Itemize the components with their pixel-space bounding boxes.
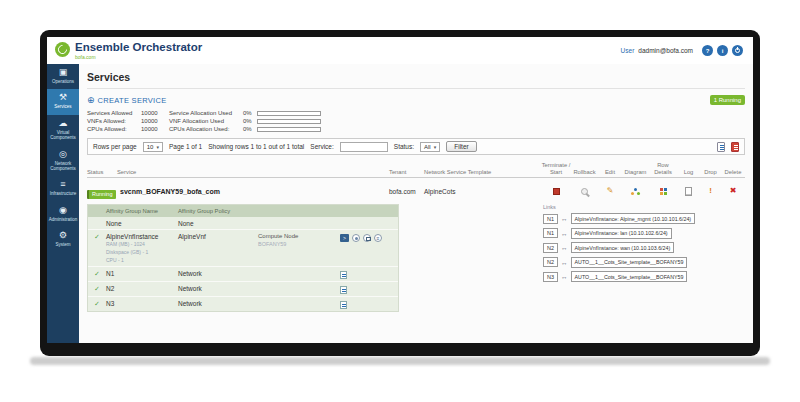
export-file-icon[interactable]	[717, 142, 725, 152]
affinity-details-panel: Affinity Group Name Affinity Group Polic…	[87, 204, 399, 312]
network-document-icon[interactable]	[340, 271, 347, 279]
delete-icon[interactable]: ✖	[730, 187, 737, 195]
template-cell: AlpineCots	[424, 188, 541, 195]
alloc-value: 10000	[141, 126, 169, 132]
network-document-icon[interactable]	[340, 286, 347, 294]
app-title: Ensemble Orchestrator	[75, 41, 202, 54]
alloc-used-value: 0%	[243, 110, 257, 116]
monitor-icon[interactable]	[363, 234, 371, 242]
affinity-row-n1: ✓ N1 Network	[88, 266, 398, 281]
rows-per-page-select[interactable]: 10 ▾	[143, 142, 163, 152]
page-info: Page 1 of 1	[169, 143, 202, 150]
alloc-used-value: 0%	[243, 126, 257, 132]
system-icon: ⚙	[48, 231, 78, 240]
log-icon[interactable]	[685, 187, 692, 196]
link-arrow-icon: ↔	[561, 259, 568, 266]
page-title: Services	[87, 68, 745, 89]
network-document-icon[interactable]	[340, 301, 347, 309]
sidebar-item-administration[interactable]: ◉ Administration	[47, 202, 79, 227]
filter-button[interactable]: Filter	[446, 141, 476, 152]
column-header-diagram: Diagram	[622, 169, 649, 176]
sidebar-item-network-components[interactable]: ◎ Network Components	[47, 146, 79, 177]
column-header-log: Log	[677, 169, 700, 176]
sidebar-item-services[interactable]: ⚒ Services	[47, 89, 79, 114]
column-header-row-details: Row Details	[649, 162, 677, 175]
service-filter-label: Service:	[310, 143, 333, 150]
affinity-policy: AlpineVnf	[178, 233, 258, 240]
virtual-components-icon: ☁	[48, 119, 78, 128]
power-icon[interactable]	[732, 45, 743, 56]
info-icon[interactable]: i	[717, 45, 728, 56]
vnf-allocation-row: VNFs Allowed: 10000 VNF Allocation Used …	[87, 118, 745, 124]
sidebar-item-label: Virtual Components	[48, 130, 78, 141]
link-arrow-icon: ↔	[561, 215, 568, 222]
help-icon[interactable]: ?	[702, 45, 713, 56]
status-filter-label: Status:	[394, 143, 414, 150]
alloc-label: VNFs Allowed:	[87, 118, 141, 124]
link-target: AlpineVnfInstance: wan (10.10.103.6/24)	[571, 242, 675, 253]
terminate-icon[interactable]	[553, 188, 560, 195]
affinity-name: N3	[106, 300, 178, 307]
sidebar-item-label: System	[48, 242, 78, 247]
affinity-name: AlpineVnfInstance	[106, 233, 178, 240]
rows-per-page-value: 10	[147, 144, 154, 150]
column-header-terminate: Terminate / Start	[541, 162, 571, 175]
link-row: N1 ↔ AlpineVnfInstance: lan (10.10.102.6…	[543, 228, 743, 239]
affinity-name: None	[106, 220, 178, 227]
sidebar-item-operations[interactable]: ▣ Operations	[47, 64, 79, 89]
link-target: AlpineVnfInstance: Alpine_mgmt (10.10.10…	[571, 213, 696, 224]
app-header: Ensemble Orchestrator bofa.com User dadm…	[47, 37, 753, 64]
column-header-service: Service	[117, 169, 389, 175]
export-pdf-icon[interactable]	[731, 142, 739, 152]
link-arrow-icon: ↔	[561, 230, 568, 237]
create-service-button[interactable]: CREATE SERVICE	[98, 96, 167, 105]
affinity-name-header: Affinity Group Name	[106, 208, 178, 214]
row-details-icon[interactable]	[660, 188, 663, 191]
vnf-allocation-bar	[257, 119, 321, 124]
allocation-summary: Services Allowed 10000 Service Allocatio…	[87, 110, 745, 132]
snapshot-icon[interactable]	[352, 234, 360, 242]
affinity-policy: Network	[178, 270, 258, 277]
running-count-badge: 1 Running	[710, 95, 745, 105]
sidebar-item-infrastructure[interactable]: ≡ Infrastructure	[47, 176, 79, 201]
link-row: N3 ↔ AUTO__1__Cots_Site_template__BOFANY…	[543, 271, 743, 282]
showing-rows-info: Showing rows 1 to 1 out of 1 total	[208, 143, 304, 150]
link-row: N1 ↔ AlpineVnfInstance: Alpine_mgmt (10.…	[543, 213, 743, 224]
device-frame: Ensemble Orchestrator bofa.com User dadm…	[40, 30, 760, 356]
operations-icon: ▣	[48, 68, 78, 77]
column-header-template: Network Service Template	[424, 169, 541, 175]
link-arrow-icon: ↔	[561, 244, 568, 251]
column-header-edit: Edit	[598, 169, 622, 176]
status-badge: Running	[87, 190, 116, 199]
administration-icon: ◉	[48, 206, 78, 215]
sidebar-item-virtual-components[interactable]: ☁ Virtual Components	[47, 115, 79, 146]
link-row: N2 ↔ AlpineVnfInstance: wan (10.10.103.6…	[543, 242, 743, 253]
edit-icon[interactable]: ✎	[607, 187, 614, 195]
alloc-value: 10000	[141, 118, 169, 124]
affinity-header: Affinity Group Name Affinity Group Polic…	[88, 205, 398, 217]
alloc-label: CPUs Allowed:	[87, 126, 141, 132]
alloc-used-label: CPUs Allocation Used:	[169, 126, 243, 132]
column-header-rollback: Rollback	[571, 169, 598, 176]
device-shadow	[30, 357, 770, 365]
link-node-badge: N1	[543, 228, 558, 238]
table-header: Status Service Tenant Network Service Te…	[87, 162, 745, 178]
sidebar-item-label: Infrastructure	[48, 191, 78, 196]
rows-per-page-label: Rows per page	[93, 143, 137, 150]
console-icon[interactable]: >	[340, 234, 349, 242]
drop-icon[interactable]: !	[709, 187, 712, 195]
link-row: N2 ↔ AUTO__1__Cots_Site_template__BOFANY…	[543, 257, 743, 268]
compute-node-label: Compute Node	[258, 233, 340, 239]
network-components-icon: ◎	[48, 150, 78, 159]
service-filter-input[interactable]	[340, 142, 388, 152]
status-filter-select[interactable]: All ▾	[420, 142, 440, 152]
sidebar: ▣ Operations ⚒ Services ☁ Virtual Compon…	[47, 64, 79, 343]
affinity-row-none: None None	[88, 217, 398, 229]
sidebar-item-system[interactable]: ⚙ System	[47, 227, 79, 252]
rollback-icon[interactable]	[581, 188, 588, 195]
link-node-badge: N3	[543, 272, 558, 282]
diagram-icon[interactable]	[634, 188, 637, 191]
main-content: Services ⊕ CREATE SERVICE 1 Running Serv…	[79, 64, 753, 343]
power-glyph	[735, 48, 740, 53]
layers-icon[interactable]: ≡	[374, 234, 382, 242]
